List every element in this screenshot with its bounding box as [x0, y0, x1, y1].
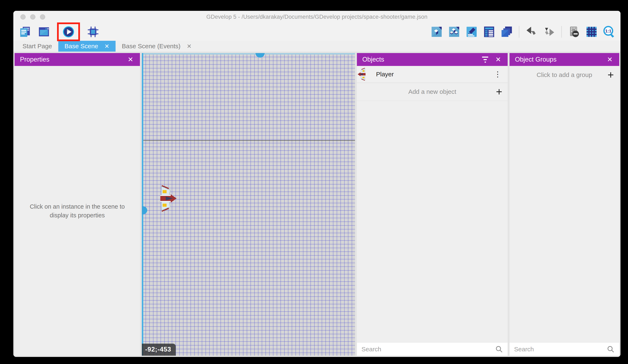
- tab-label: Base Scene: [65, 43, 98, 50]
- properties-panel: Properties ✕ Click on an instance in the…: [14, 53, 140, 356]
- add-new-object-row[interactable]: Add a new object +: [357, 83, 508, 101]
- add-group-icon[interactable]: +: [602, 69, 619, 80]
- app-window: GDevelop 5 - /Users/dkarakay/Documents/G…: [13, 11, 621, 357]
- properties-panel-header: Properties ✕: [14, 53, 140, 66]
- minimize-window-button[interactable]: [30, 14, 35, 20]
- main-area: Properties ✕ Click on an instance in the…: [13, 52, 621, 357]
- tab-label: Base Scene (Events): [122, 43, 180, 50]
- tab-close-icon[interactable]: ✕: [104, 43, 109, 50]
- zoom-1-1-icon[interactable]: 1:1: [603, 26, 615, 38]
- toolbar: 1:1: [13, 23, 621, 41]
- groups-search-input[interactable]: [514, 346, 607, 353]
- add-group-row[interactable]: Click to add a group +: [510, 66, 619, 84]
- layers-icon[interactable]: [501, 26, 513, 38]
- vertical-scrollbar[interactable]: [142, 53, 143, 356]
- panel-title: Objects: [362, 56, 384, 63]
- object-menu-icon[interactable]: ⋮: [488, 70, 508, 79]
- tab-label: Start Page: [22, 43, 52, 50]
- svg-text:1:1: 1:1: [605, 28, 612, 33]
- horizontal-scrollbar[interactable]: [142, 53, 355, 55]
- redo-icon[interactable]: [543, 26, 555, 38]
- object-name: Player: [376, 71, 394, 78]
- properties-empty-message: Click on an instance in the scene to dis…: [23, 202, 132, 220]
- panel-title: Object Groups: [515, 56, 556, 63]
- zoom-window-button[interactable]: [40, 14, 45, 20]
- objects-panel-header: Objects ✕: [357, 53, 508, 66]
- close-window-button[interactable]: [20, 14, 26, 20]
- objects-panel: Objects ✕ Player ⋮ Add a new object +: [357, 53, 508, 356]
- tab-base-scene[interactable]: Base Scene ✕: [58, 41, 116, 52]
- search-icon[interactable]: [607, 345, 615, 353]
- object-groups-panel-icon[interactable]: [448, 26, 460, 38]
- object-groups-panel: Object Groups ✕ Click to add a group +: [510, 53, 619, 356]
- scene-axis-line: [142, 140, 355, 141]
- cursor-coordinates-badge: -92;-453: [142, 344, 176, 356]
- tab-close-icon[interactable]: ✕: [187, 43, 192, 50]
- toolbar-right-group: 1:1: [431, 26, 615, 38]
- objects-search-bar: [357, 342, 508, 356]
- objects-panel-icon[interactable]: [431, 26, 443, 38]
- tab-base-scene-events[interactable]: Base Scene (Events) ✕: [116, 41, 198, 52]
- player-ship-instance[interactable]: [157, 185, 177, 212]
- tab-bar: Start Page Base Scene ✕ Base Scene (Even…: [13, 41, 621, 52]
- scene-canvas[interactable]: -92;-453: [142, 53, 355, 356]
- objects-search-input[interactable]: [362, 346, 495, 353]
- play-icon[interactable]: [63, 26, 75, 38]
- undo-icon[interactable]: [526, 26, 538, 38]
- grid-icon[interactable]: [586, 26, 598, 38]
- toolbar-divider: [561, 26, 562, 38]
- traffic-lights: [20, 14, 45, 20]
- object-groups-panel-body: Click to add a group +: [510, 66, 619, 356]
- toolbar-divider: [519, 26, 519, 38]
- instances-list-icon[interactable]: [483, 26, 495, 38]
- tab-start-page[interactable]: Start Page: [16, 41, 58, 52]
- window-editor-icon[interactable]: [38, 26, 50, 38]
- horizontal-scrollbar-thumb[interactable]: [255, 53, 265, 58]
- vertical-scrollbar-thumb[interactable]: [142, 206, 147, 214]
- player-object-thumbnail: [356, 68, 369, 81]
- add-object-icon[interactable]: +: [491, 86, 508, 97]
- render-options-icon[interactable]: [568, 26, 580, 38]
- window-title: GDevelop 5 - /Users/dkarakay/Documents/G…: [206, 14, 427, 20]
- panel-title: Properties: [20, 56, 49, 63]
- close-icon[interactable]: ✕: [126, 55, 135, 64]
- search-icon[interactable]: [495, 345, 503, 353]
- debugger-icon[interactable]: [87, 26, 99, 38]
- close-icon[interactable]: ✕: [494, 55, 502, 64]
- close-icon[interactable]: ✕: [606, 55, 614, 64]
- properties-panel-body: Click on an instance in the scene to dis…: [14, 66, 140, 356]
- add-object-label: Add a new object: [357, 88, 508, 95]
- object-groups-panel-header: Object Groups ✕: [510, 53, 619, 66]
- object-list-item-player[interactable]: Player ⋮: [357, 66, 508, 83]
- filter-icon[interactable]: [482, 57, 488, 62]
- scene-list-icon[interactable]: [19, 26, 31, 38]
- properties-edit-icon[interactable]: [466, 26, 478, 38]
- groups-search-bar: [510, 342, 619, 356]
- toolbar-left-group: [19, 25, 99, 39]
- play-button-highlight: [57, 22, 80, 41]
- title-bar: GDevelop 5 - /Users/dkarakay/Documents/G…: [13, 11, 621, 23]
- objects-panel-body: Player ⋮ Add a new object +: [357, 66, 508, 356]
